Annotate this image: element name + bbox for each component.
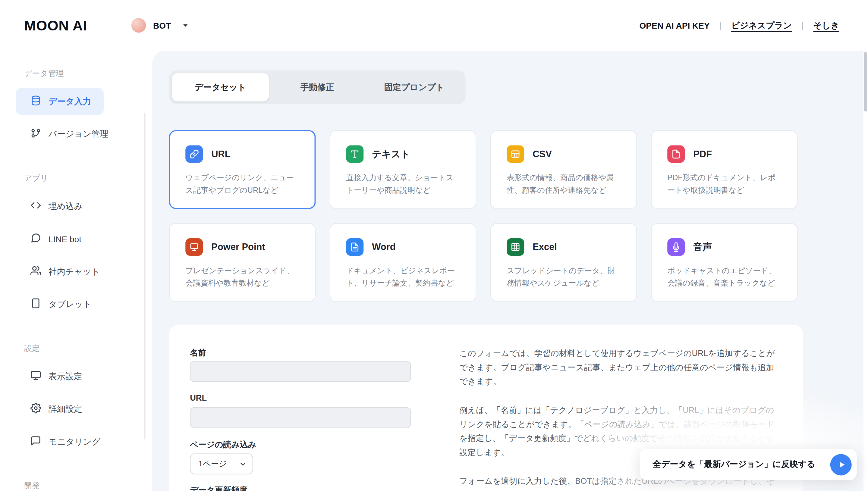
separator: | — [720, 20, 722, 30]
chat-bubble-icon — [30, 233, 41, 245]
tab-manual-correction[interactable]: 手動修正 — [269, 73, 366, 102]
message-icon — [30, 436, 41, 448]
text-icon — [346, 145, 363, 163]
sidebar-scrollbar[interactable] — [144, 113, 146, 439]
sidebar-item-monitoring[interactable]: モニタリング — [16, 428, 113, 455]
monitor-icon — [30, 370, 41, 382]
sidebar-item-display-settings[interactable]: 表示設定 — [16, 363, 95, 390]
source-card-desc: ウェブページのリンク、ニュース記事やブログのURLなど — [185, 172, 299, 196]
name-label: 名前 — [190, 348, 206, 358]
csv-icon — [507, 145, 524, 163]
source-card-powerpoint[interactable]: Power Point プレゼンテーションスライド、会議資料や教育教材など — [169, 223, 315, 302]
source-card-audio[interactable]: 音声 ポッドキャストのエピソード、会議の録音、音楽トラックなど — [651, 223, 797, 302]
sidebar-section-data: データ管理 — [24, 69, 152, 79]
sidebar-item-line-bot[interactable]: LINE bot — [16, 225, 94, 253]
sidebar-section-settings: 設定 — [24, 344, 152, 354]
name-field[interactable] — [190, 361, 411, 382]
sidebar-item-label: タブレット — [49, 299, 92, 310]
sidebar-item-version-control[interactable]: 埋め込み バージョン管理 — [16, 120, 121, 148]
word-doc-icon — [346, 238, 363, 256]
source-card-csv[interactable]: CSV 表形式の情報、商品の価格や属性、顧客の住所や連絡先など — [491, 130, 637, 209]
sidebar-item-label: 詳細設定 — [49, 404, 82, 414]
url-label: URL — [190, 393, 207, 402]
separator: | — [802, 20, 804, 30]
sidebar-section-development: 開発 — [24, 481, 152, 491]
chevron-down-icon — [239, 460, 247, 468]
source-card-url[interactable]: URL ウェブページのリンク、ニュース記事やブログのURLなど — [169, 130, 315, 209]
source-card-desc: PDF形式のドキュメント、レポートや取扱説明書など — [667, 172, 781, 196]
database-icon — [30, 95, 41, 108]
sidebar-item-advanced-settings[interactable]: 詳細設定 — [16, 396, 95, 423]
source-card-pdf[interactable]: PDF PDF形式のドキュメント、レポートや取扱説明書など — [651, 130, 797, 209]
help-paragraph: このフォームでは、学習の材料として使用するウェブページのURLを追加することがで… — [459, 346, 778, 389]
tab-dataset[interactable]: データセット — [172, 73, 269, 102]
sidebar-item-label: 表示設定 — [49, 371, 82, 382]
presentation-icon — [185, 238, 203, 256]
page-scrollbar[interactable] — [864, 52, 867, 112]
source-card-word[interactable]: Word ドキュメント、ビジネスレポート、リサーチ論文、契約書など — [330, 223, 476, 302]
sidebar-item-label: 社内チャット — [49, 266, 100, 277]
source-card-title: Word — [372, 241, 395, 253]
source-card-desc: 直接入力する文章、ショートストーリーや商品説明など — [346, 172, 460, 196]
spreadsheet-icon — [507, 238, 524, 256]
sidebar-item-tablet[interactable]: タブレット — [16, 291, 104, 318]
organization-link[interactable]: そしき — [813, 20, 839, 31]
gear-icon — [30, 403, 41, 415]
play-icon — [837, 460, 846, 469]
versions-icon — [30, 128, 41, 140]
sidebar-item-embed[interactable]: 埋め込み — [16, 193, 95, 220]
source-card-desc: スプレッドシートのデータ、財務情報やスケジュールなど — [507, 265, 621, 289]
tab-bar: データセット 手動修正 固定プロンプト — [169, 70, 466, 104]
source-card-title: テキスト — [372, 148, 410, 160]
sidebar-item-label: LINE bot — [49, 234, 81, 244]
source-card-text[interactable]: テキスト 直接入力する文章、ショートストーリーや商品説明など — [330, 130, 476, 209]
reflect-data-label: 全データを「最新バージョン」に反映する — [640, 459, 816, 470]
page-load-select[interactable]: 1ページ — [190, 453, 253, 474]
data-source-grid: URL ウェブページのリンク、ニュース記事やブログのURLなど テキスト 直接入… — [169, 130, 797, 302]
bot-avatar — [131, 18, 146, 33]
source-card-excel[interactable]: Excel スプレッドシートのデータ、財務情報やスケジュールなど — [491, 223, 637, 302]
source-card-desc: 表形式の情報、商品の価格や属性、顧客の住所や連絡先など — [507, 172, 621, 196]
app-logo: MOON AI — [24, 17, 87, 33]
sidebar-section-apps: アプリ — [24, 174, 152, 184]
source-card-title: PDF — [693, 149, 712, 160]
reflect-play-button[interactable] — [830, 454, 852, 475]
tab-fixed-prompt[interactable]: 固定プロンプト — [366, 73, 463, 102]
source-card-title: Excel — [533, 241, 557, 253]
page-load-label: ページの読み込み — [190, 439, 256, 450]
users-icon — [30, 265, 41, 278]
source-card-desc: プレゼンテーションスライド、会議資料や教育教材など — [185, 265, 299, 289]
source-card-title: Power Point — [211, 241, 265, 253]
microphone-icon — [667, 238, 685, 256]
url-field[interactable] — [190, 407, 411, 428]
page-load-value: 1ページ — [198, 459, 227, 469]
bot-selector[interactable]: BOT — [131, 18, 190, 33]
source-card-desc: ポッドキャストのエピソード、会議の録音、音楽トラックなど — [667, 265, 781, 289]
sidebar-item-label: モニタリング — [49, 436, 101, 447]
source-card-title: 音声 — [693, 241, 712, 253]
app-window: MOON AI BOT OPEN AI API KEY | ビジネスプラン | … — [0, 0, 868, 491]
sidebar-item-label: バージョン管理 — [49, 128, 109, 140]
pdf-icon — [667, 145, 685, 163]
main-content: データセット 手動修正 固定プロンプト URL ウェブページのリンク、ニュース記… — [152, 50, 864, 491]
tablet-icon — [30, 298, 41, 310]
caret-down-icon — [182, 21, 190, 29]
header: MOON AI BOT OPEN AI API KEY | ビジネスプラン | … — [0, 0, 868, 51]
bot-selector-label: BOT — [153, 21, 171, 30]
frequency-label: データ更新頻度 — [190, 485, 247, 491]
reflect-data-bar[interactable]: 全データを「最新バージョン」に反映する — [640, 449, 857, 480]
sidebar-item-label: 埋め込み — [49, 201, 83, 212]
source-card-desc: ドキュメント、ビジネスレポート、リサーチ論文、契約書など — [346, 265, 460, 289]
code-icon — [30, 200, 41, 212]
source-card-title: CSV — [533, 149, 552, 160]
source-card-title: URL — [211, 149, 230, 160]
api-key-link[interactable]: OPEN AI API KEY — [639, 21, 709, 30]
sidebar-item-label: データ入力 — [49, 96, 91, 107]
sidebar-item-internal-chat[interactable]: 社内チャット — [16, 258, 112, 285]
sidebar-item-data-input[interactable]: データ入力 — [16, 88, 103, 115]
link-icon — [185, 145, 203, 163]
sidebar: データ管理 データ入力 埋め込み バージョン管理 アプリ 埋め込み LINE b… — [0, 51, 152, 491]
header-links: OPEN AI API KEY | ビジネスプラン | そしき — [639, 20, 839, 31]
business-plan-link[interactable]: ビジネスプラン — [731, 20, 792, 31]
